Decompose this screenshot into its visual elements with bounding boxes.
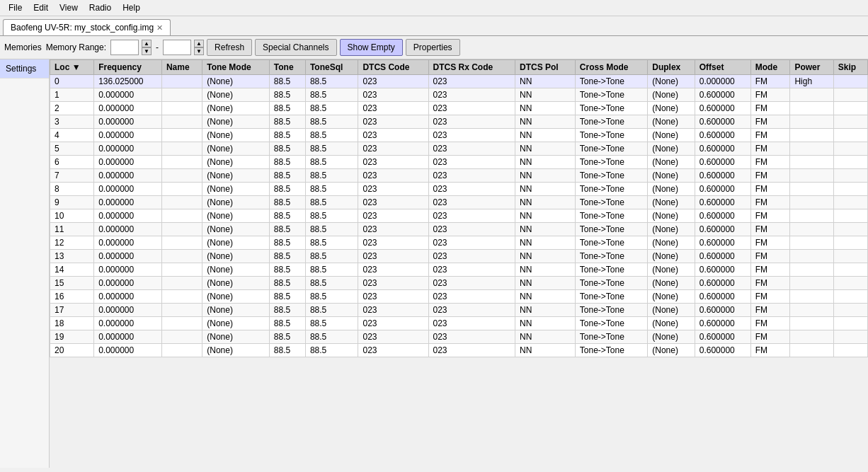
- table-cell: 88.5: [269, 115, 305, 129]
- table-row[interactable]: 50.000000(None)88.588.5023023NNTone->Ton…: [50, 142, 868, 156]
- col-power[interactable]: Power: [790, 60, 833, 75]
- table-row[interactable]: 90.000000(None)88.588.5023023NNTone->Ton…: [50, 196, 868, 209]
- table-cell: [790, 290, 833, 304]
- table-cell: [161, 102, 202, 115]
- table-row[interactable]: 100.000000(None)88.588.5023023NNTone->To…: [50, 209, 868, 223]
- table-cell: NN: [515, 129, 575, 142]
- col-mode[interactable]: Mode: [750, 60, 790, 75]
- table-cell: (None): [648, 209, 695, 223]
- table-row[interactable]: 160.000000(None)88.588.5023023NNTone->To…: [50, 290, 868, 304]
- table-cell: 0.600000: [695, 317, 750, 330]
- table-row[interactable]: 0136.025000(None)88.588.5023023NNTone->T…: [50, 75, 868, 88]
- col-tonesql[interactable]: ToneSql: [305, 60, 358, 75]
- table-row[interactable]: 10.000000(None)88.588.5023023NNTone->Ton…: [50, 88, 868, 102]
- properties-button[interactable]: Properties: [406, 39, 460, 56]
- table-cell: [790, 88, 833, 102]
- menu-edit[interactable]: Edit: [28, 1, 54, 14]
- table-row[interactable]: 40.000000(None)88.588.5023023NNTone->Ton…: [50, 129, 868, 142]
- special-channels-button[interactable]: Special Channels: [255, 39, 336, 56]
- table-row[interactable]: 180.000000(None)88.588.5023023NNTone->To…: [50, 317, 868, 330]
- table-cell: High: [790, 75, 833, 88]
- table-row[interactable]: 120.000000(None)88.588.5023023NNTone->To…: [50, 236, 868, 250]
- memory-range-start-input[interactable]: [110, 40, 139, 55]
- table-cell: 0.000000: [94, 304, 162, 317]
- table-cell: 88.5: [305, 196, 358, 209]
- table-row[interactable]: 70.000000(None)88.588.5023023NNTone->Ton…: [50, 169, 868, 183]
- table-cell: NN: [515, 223, 575, 236]
- table-row[interactable]: 190.000000(None)88.588.5023023NNTone->To…: [50, 330, 868, 344]
- table-cell: Tone->Tone: [575, 330, 647, 344]
- col-duplex[interactable]: Duplex: [648, 60, 695, 75]
- show-empty-button[interactable]: Show Empty: [340, 39, 403, 56]
- table-cell: NN: [515, 263, 575, 277]
- memory-range-end-down[interactable]: ▼: [194, 47, 204, 55]
- table-cell: 023: [428, 250, 515, 263]
- table-cell: 6: [50, 156, 94, 169]
- col-loc[interactable]: Loc ▼: [50, 60, 94, 75]
- table-row[interactable]: 150.000000(None)88.588.5023023NNTone->To…: [50, 277, 868, 290]
- table-cell: 15: [50, 277, 94, 290]
- table-cell: [790, 209, 833, 223]
- menu-radio[interactable]: Radio: [84, 1, 117, 14]
- table-cell: 023: [428, 102, 515, 115]
- col-name[interactable]: Name: [161, 60, 202, 75]
- table-row[interactable]: 110.000000(None)88.588.5023023NNTone->To…: [50, 223, 868, 236]
- table-cell: 88.5: [269, 223, 305, 236]
- table-cell: 88.5: [269, 75, 305, 88]
- memory-range-start-up[interactable]: ▲: [142, 40, 152, 47]
- table-cell: [790, 344, 833, 357]
- table-cell: [161, 115, 202, 129]
- table-row[interactable]: 170.000000(None)88.588.5023023NNTone->To…: [50, 304, 868, 317]
- table-cell: (None): [648, 142, 695, 156]
- menu-file[interactable]: File: [3, 1, 28, 14]
- memory-range-end-up[interactable]: ▲: [194, 40, 204, 47]
- table-cell: [833, 129, 867, 142]
- memory-range-end-input[interactable]: [163, 40, 191, 55]
- refresh-button[interactable]: Refresh: [207, 39, 252, 56]
- col-dtcs-pol[interactable]: DTCS Pol: [515, 60, 575, 75]
- col-frequency[interactable]: Frequency: [94, 60, 162, 75]
- table-cell: 0.600000: [695, 196, 750, 209]
- table-cell: (None): [202, 344, 270, 357]
- col-tone-mode[interactable]: Tone Mode: [202, 60, 270, 75]
- table-cell: 0.000000: [94, 183, 162, 196]
- table-cell: 0.000000: [94, 209, 162, 223]
- table-row[interactable]: 30.000000(None)88.588.5023023NNTone->Ton…: [50, 115, 868, 129]
- table-cell: (None): [202, 304, 270, 317]
- table-cell: 023: [428, 317, 515, 330]
- active-tab[interactable]: Baofeng UV-5R: my_stock_config.img ✕: [3, 19, 171, 35]
- table-row[interactable]: 130.000000(None)88.588.5023023NNTone->To…: [50, 250, 868, 263]
- col-tone[interactable]: Tone: [269, 60, 305, 75]
- table-cell: FM: [750, 88, 790, 102]
- table-row[interactable]: 60.000000(None)88.588.5023023NNTone->Ton…: [50, 156, 868, 169]
- table-row[interactable]: 20.000000(None)88.588.5023023NNTone->Ton…: [50, 102, 868, 115]
- table-cell: [790, 169, 833, 183]
- table-cell: [161, 183, 202, 196]
- tab-close-button[interactable]: ✕: [156, 23, 163, 33]
- col-dtcs-rx-code[interactable]: DTCS Rx Code: [428, 60, 515, 75]
- col-skip[interactable]: Skip: [833, 60, 867, 75]
- table-cell: [833, 250, 867, 263]
- table-cell: 0.600000: [695, 344, 750, 357]
- table-cell: [161, 250, 202, 263]
- table-row[interactable]: 140.000000(None)88.588.5023023NNTone->To…: [50, 263, 868, 277]
- table-cell: 88.5: [269, 129, 305, 142]
- menu-help[interactable]: Help: [117, 1, 146, 14]
- settings-panel-item[interactable]: Settings: [0, 59, 49, 79]
- table-cell: 023: [428, 330, 515, 344]
- table-cell: 88.5: [305, 277, 358, 290]
- table-cell: 0.000000: [94, 330, 162, 344]
- memory-range-start-down[interactable]: ▼: [142, 47, 152, 55]
- col-dtcs-code[interactable]: DTCS Code: [358, 60, 428, 75]
- table-row[interactable]: 200.000000(None)88.588.5023023NNTone->To…: [50, 344, 868, 357]
- table-cell: (None): [648, 129, 695, 142]
- table-container[interactable]: Loc ▼ Frequency Name Tone Mode Tone Tone…: [50, 59, 868, 468]
- col-offset[interactable]: Offset: [695, 60, 750, 75]
- table-cell: 023: [428, 115, 515, 129]
- col-cross-mode[interactable]: Cross Mode: [575, 60, 647, 75]
- menu-view[interactable]: View: [54, 1, 84, 14]
- table-cell: [790, 102, 833, 115]
- table-row[interactable]: 80.000000(None)88.588.5023023NNTone->Ton…: [50, 183, 868, 196]
- table-cell: (None): [648, 183, 695, 196]
- table-cell: Tone->Tone: [575, 102, 647, 115]
